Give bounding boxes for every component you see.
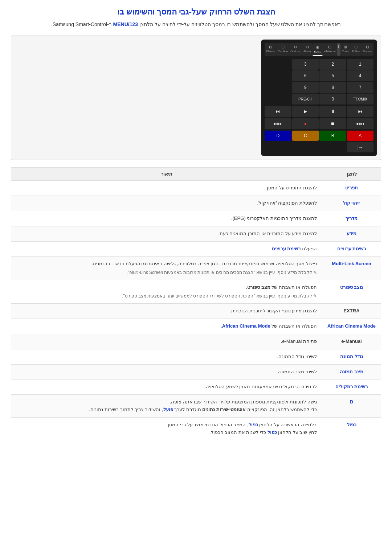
remote-control: ⊟Source ⊡P.Size ⊞Tools i ⊡e'Manual ⊞Menu… (261, 40, 377, 156)
table-row: Dגישה לתכונות ולפונקציות נוספות המוצעות … (11, 395, 381, 418)
button-label: e-Manual (322, 334, 381, 349)
button-desc: לשינוי גודל התמונה. (11, 349, 322, 364)
button-label: כפול (322, 417, 381, 440)
btn-ttx[interactable]: TTX/MIX (347, 94, 374, 104)
button-desc: הפעלת רשימת ערוצים. (11, 241, 322, 257)
remote-media-row2: ⏮⏮ ⏹ ● ⏭⏭ (265, 118, 373, 129)
btn-b[interactable]: B (319, 131, 346, 141)
btn-1[interactable]: 1 (347, 59, 374, 70)
button-label: Multi-Link Screen (322, 257, 381, 280)
button-desc: גישה לתכונות ולפונקציות נוספות המוצעות ע… (11, 395, 322, 418)
btn-ffwd[interactable]: ⏭ (265, 106, 291, 117)
btn-a[interactable]: A (347, 131, 374, 141)
table-row: Multi-Link Screenפיצול מסך הטלוויזיה ושי… (11, 257, 381, 280)
button-label: מדריך (322, 211, 381, 226)
button-label: מידע (322, 226, 381, 241)
page-title: הצגת השלט הרחוק שעל-גבי המסך והשימוש בו (11, 7, 381, 17)
button-desc: פתיחת e-Manual. (11, 334, 322, 349)
button-label: רשימת רמקולים (322, 379, 381, 395)
btn-c[interactable]: C (292, 131, 319, 141)
button-desc: לבחירת הרמקולים שבאמצעותם תאזין לשמע הטל… (11, 379, 322, 395)
table-row: תפריטלהצגת התפריט על המסך. (11, 181, 381, 196)
table-row: כפולבלחיצה הראשונה על הלחצן כפול, המצב ה… (11, 417, 381, 440)
button-desc: להצגת התפריט על המסך. (11, 181, 322, 196)
page-subtitle: באפשרותך להציג את השלט שעל המסך ולהשתמש … (11, 20, 381, 28)
button-desc: בלחיצה הראשונה על הלחצן כפול, המצב הכפול… (11, 417, 322, 440)
remote-caption-btn[interactable]: ⊡Caption (277, 43, 289, 56)
btn-2[interactable]: 2 (319, 59, 346, 70)
table-row: רשימת ערוציםהפעלת רשימת ערוצים. (11, 241, 381, 257)
button-label: D (322, 395, 381, 418)
remote-arrow-row: →| (265, 142, 373, 152)
button-label: גודל תמונה (322, 349, 381, 364)
remote-media-row1: ⏮ ⏸ ▶ ⏭ (265, 106, 373, 117)
table-row: African Cinema Modeהפעלה או השבתה של Afr… (11, 319, 381, 334)
button-label: זיהוי קול (322, 196, 381, 211)
button-label: רשימת ערוצים (322, 241, 381, 257)
remote-tools-btn[interactable]: ⊞Tools (340, 43, 351, 56)
btn-prev[interactable]: ⏮⏮ (347, 118, 374, 129)
btn-4[interactable]: 4 (347, 70, 374, 81)
btn-prech[interactable]: PRE-CH (292, 94, 319, 104)
table-row: גודל תמונהלשינוי גודל התמונה. (11, 349, 381, 364)
remote-emanual-btn[interactable]: ⊡e'Manual (323, 43, 337, 56)
btn-0[interactable]: 0 (319, 94, 346, 104)
remote-psize-btn[interactable]: ⊡P.Size (351, 43, 362, 56)
btn-6[interactable]: 6 (292, 70, 319, 81)
btn-play[interactable]: ▶ (292, 106, 319, 117)
remote-container: ⊟Source ⊡P.Size ⊞Tools i ⊡e'Manual ⊞Menu… (11, 36, 381, 160)
col-desc-header: תיאור (11, 168, 322, 181)
btn-record[interactable]: ● (292, 118, 319, 129)
button-desc: להפעלת הפונקציה 'זיהוי קול'. (11, 196, 322, 211)
btn-3[interactable]: 3 (292, 59, 319, 70)
remote-color-buttons: A B C D (265, 131, 373, 141)
remote-alarm-btn[interactable]: ⊙Alarm (302, 43, 312, 56)
btn-5[interactable]: 5 (319, 70, 346, 81)
button-label: תפריט (322, 181, 381, 196)
btn-8[interactable]: 8 (319, 82, 346, 93)
button-label: African Cinema Mode (322, 319, 381, 334)
button-desc: הפעלה או השבתה של מצב ספורט.✎ לקבלת מידע… (11, 280, 322, 304)
button-label: מצב ספורט (322, 280, 381, 304)
remote-options-btn[interactable]: ⊙Options (289, 43, 302, 56)
button-desc: הפעלה או השבתה של African Cinema Mode. (11, 319, 322, 334)
btn-d[interactable]: D (265, 131, 291, 141)
table-row: רשימת רמקוליםלבחירת הרמקולים שבאמצעותם ת… (11, 379, 381, 395)
table-row: מדריךלהצגת מדריך התוכניות האלקטרוני (EPG… (11, 211, 381, 226)
col-button-header: לחצן (322, 168, 381, 181)
table-row: e-Manualפתיחת e-Manual. (11, 334, 381, 349)
button-desc: פיצול מסך הטלוויזיה ושימוש בפונקציות מרו… (11, 257, 322, 280)
btn-rewind[interactable]: ⏮ (347, 106, 374, 117)
table-row: זיהוי קוללהפעלת הפונקציה 'זיהוי קול'. (11, 196, 381, 211)
remote-pmode-btn[interactable]: ⊡PMode (265, 43, 277, 56)
btn-stop[interactable]: ⏹ (319, 118, 346, 129)
button-label: EXTRA (322, 304, 381, 319)
table-row: מצב תמונהלשינוי מצב התמונה. (11, 364, 381, 379)
btn-9[interactable]: 9 (292, 82, 319, 93)
button-desc: לשינוי מצב התמונה. (11, 364, 322, 379)
button-label: מצב תמונה (322, 364, 381, 379)
remote-info-btn[interactable]: i (337, 43, 340, 56)
button-desc: להצגת מידע נוסף הקשור לתוכנית הנוכחית. (11, 304, 322, 319)
table-row: מצב ספורטהפעלה או השבתה של מצב ספורט.✎ ל… (11, 280, 381, 304)
btn-arrow[interactable]: →| (347, 142, 374, 152)
remote-menu-btn[interactable]: ⊞Menu (313, 43, 323, 56)
menu-label: MENU/123 (113, 21, 138, 27)
remote-top-bar: ⊟Source ⊡P.Size ⊞Tools i ⊡e'Manual ⊞Menu… (265, 43, 373, 56)
btn-next[interactable]: ⏭⏭ (265, 118, 291, 129)
btn-pause[interactable]: ⏸ (319, 106, 346, 117)
table-row: מידעלהצגת מידע על התוכנית או התוכן המוצג… (11, 226, 381, 241)
info-table: לחצן תיאור תפריטלהצגת התפריט על המסך.זיה… (11, 167, 381, 440)
table-row: EXTRAלהצגת מידע נוסף הקשור לתוכנית הנוכח… (11, 304, 381, 319)
remote-source-btn[interactable]: ⊟Source (362, 43, 373, 56)
button-desc: להצגת מידע על התוכנית או התוכן המוצגים כ… (11, 226, 322, 241)
remote-numpad: 1 2 3 4 5 6 7 8 9 TTX/MIX 0 PRE-CH (265, 59, 373, 104)
btn-7[interactable]: 7 (347, 82, 374, 93)
button-desc: להצגת מדריך התוכניות האלקטרוני (EPG). (11, 211, 322, 226)
